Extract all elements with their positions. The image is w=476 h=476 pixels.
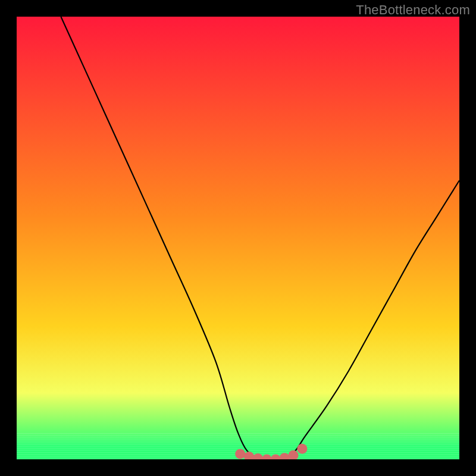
accent-dot bbox=[235, 449, 245, 459]
attribution-watermark: TheBottleneck.com bbox=[356, 2, 470, 18]
bottleneck-chart bbox=[17, 17, 459, 459]
gradient-background bbox=[17, 17, 459, 459]
plot-area bbox=[17, 17, 459, 459]
chart-frame: TheBottleneck.com bbox=[0, 0, 476, 476]
accent-dot bbox=[297, 444, 307, 454]
